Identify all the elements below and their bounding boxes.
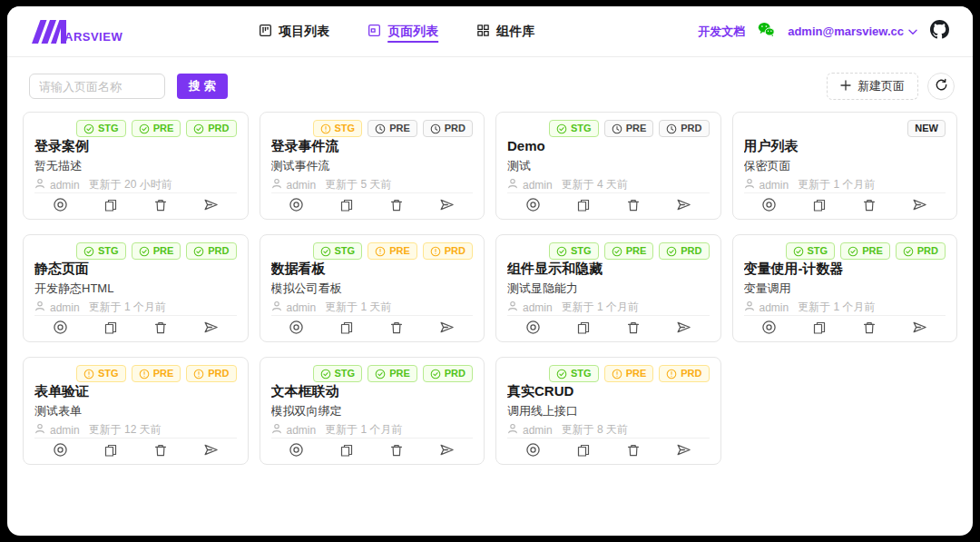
- copy-button[interactable]: [98, 318, 123, 340]
- preview-button[interactable]: [520, 194, 546, 218]
- delete-button[interactable]: [857, 195, 882, 218]
- search-button[interactable]: 搜 索: [177, 74, 228, 99]
- copy-button[interactable]: [334, 318, 359, 340]
- user-icon: [271, 301, 282, 314]
- copy-button[interactable]: [98, 440, 123, 463]
- card-description: 变量调用: [744, 281, 946, 294]
- card-actions: [271, 315, 474, 341]
- publish-button[interactable]: [671, 317, 697, 340]
- publish-button[interactable]: [671, 439, 697, 463]
- card-actions: [34, 192, 237, 219]
- badge-label: STG: [335, 244, 356, 258]
- page-card[interactable]: NEW 用户列表 保密页面 admin 更新于 1 个月前: [732, 112, 958, 220]
- card-author: admin: [523, 424, 553, 437]
- env-badge-pre: PRE: [840, 242, 890, 260]
- card-updated: 更新于 1 个月前: [798, 300, 875, 315]
- copy-button[interactable]: [571, 195, 596, 218]
- env-badge-pre: PRE: [368, 365, 417, 382]
- copy-button[interactable]: [334, 195, 359, 218]
- page-card[interactable]: STGPREPRD 文本框联动 模拟双向绑定 admin 更新于 1 个月前: [260, 357, 485, 465]
- preview-button[interactable]: [47, 317, 74, 340]
- badge-row: STGPREPRD: [507, 242, 710, 260]
- copy-button[interactable]: [571, 318, 596, 340]
- send-icon: [439, 197, 455, 215]
- nav-item-page-list[interactable]: 页面列表: [368, 24, 438, 40]
- publish-button[interactable]: [906, 194, 933, 218]
- card-meta: admin 更新于 1 天前: [271, 300, 474, 315]
- badge-row: STGPREPRD: [271, 365, 474, 382]
- page-card[interactable]: STGPREPRD 登录案例 暂无描述 admin 更新于 20 小时前: [23, 112, 249, 220]
- preview-button[interactable]: [283, 439, 309, 463]
- env-badge-stg: STG: [549, 120, 599, 137]
- preview-button[interactable]: [283, 194, 309, 218]
- page-card[interactable]: STGPREPRD 数据看板 模拟公司看板 admin 更新于 1 天前: [260, 234, 485, 342]
- env-badge-new: NEW: [907, 120, 946, 137]
- delete-button[interactable]: [148, 195, 173, 218]
- badge-label: PRE: [626, 244, 647, 258]
- page-card[interactable]: STGPREPRD 组件显示和隐藏 测试显隐能力 admin 更新于 1 个月前: [495, 234, 721, 342]
- preview-button[interactable]: [47, 439, 74, 463]
- wechat-icon[interactable]: [758, 22, 775, 41]
- preview-button[interactable]: [756, 317, 782, 340]
- card-title: 组件显示和隐藏: [507, 261, 710, 275]
- page-card[interactable]: STGPREPRD Demo 测试 admin 更新于 4 天前: [495, 112, 721, 220]
- page-card[interactable]: STGPREPRD 登录事件流 测试事件流 admin 更新于 5 天前: [260, 112, 485, 220]
- delete-button[interactable]: [621, 318, 646, 340]
- account-menu[interactable]: admin@marsview.cc: [788, 25, 917, 38]
- preview-button[interactable]: [756, 194, 782, 218]
- preview-button[interactable]: [47, 194, 74, 218]
- copy-icon: [339, 443, 354, 460]
- delete-button[interactable]: [384, 195, 409, 218]
- delete-button[interactable]: [148, 318, 173, 340]
- card-actions: [507, 315, 710, 341]
- badge-row: STGPREPRD: [34, 120, 237, 137]
- publish-button[interactable]: [434, 317, 460, 340]
- success-icon: [666, 246, 677, 257]
- search-input[interactable]: [29, 74, 165, 99]
- dev-docs-link[interactable]: 开发文档: [698, 24, 745, 40]
- card-title: 登录案例: [34, 138, 237, 153]
- preview-button[interactable]: [520, 439, 546, 463]
- nav-item-project-list[interactable]: 项目列表: [259, 24, 329, 40]
- pending-icon: [375, 123, 386, 134]
- delete-button[interactable]: [621, 440, 646, 463]
- refresh-button[interactable]: [927, 73, 955, 100]
- publish-button[interactable]: [906, 317, 933, 340]
- eye-icon: [289, 320, 304, 338]
- copy-button[interactable]: [807, 318, 832, 340]
- page-card[interactable]: STGPREPRD 真实CRUD 调用线上接口 admin 更新于 8 天前: [495, 357, 721, 465]
- send-icon: [203, 197, 219, 215]
- new-page-button[interactable]: 新建页面: [827, 73, 918, 100]
- badge-row: STGPREPRD: [744, 242, 946, 260]
- delete-button[interactable]: [857, 318, 882, 340]
- preview-button[interactable]: [520, 317, 546, 340]
- nav-item-component-library[interactable]: 组件库: [476, 24, 534, 40]
- delete-button[interactable]: [148, 440, 173, 463]
- delete-button[interactable]: [621, 195, 646, 218]
- env-badge-prd: PRD: [186, 120, 236, 137]
- copy-button[interactable]: [98, 195, 123, 218]
- copy-button[interactable]: [334, 440, 359, 463]
- publish-button[interactable]: [671, 194, 697, 218]
- user-icon: [271, 178, 282, 192]
- chevron-down-icon: [908, 25, 917, 38]
- warning-icon: [193, 369, 204, 379]
- publish-button[interactable]: [198, 439, 224, 463]
- publish-button[interactable]: [198, 194, 224, 218]
- badge-label: PRD: [445, 122, 466, 135]
- preview-button[interactable]: [283, 317, 309, 340]
- page-card[interactable]: STGPREPRD 静态页面 开发静态HTML admin 更新于 1 个月前: [23, 234, 249, 342]
- eye-icon: [53, 442, 68, 460]
- github-icon[interactable]: [930, 20, 949, 43]
- delete-button[interactable]: [384, 440, 409, 463]
- copy-button[interactable]: [807, 195, 832, 218]
- copy-button[interactable]: [571, 440, 596, 463]
- badge-label: STG: [571, 122, 592, 135]
- page-card[interactable]: STGPREPRD 表单验证 测试表单 admin 更新于 12 天前: [23, 357, 249, 465]
- publish-button[interactable]: [434, 439, 460, 463]
- publish-button[interactable]: [434, 194, 460, 218]
- page-card[interactable]: STGPREPRD 变量使用-计数器 变量调用 admin 更新于 1 个月前: [732, 234, 958, 342]
- card-grid: STGPREPRD 登录案例 暂无描述 admin 更新于 20 小时前: [7, 112, 973, 465]
- publish-button[interactable]: [198, 317, 224, 340]
- delete-button[interactable]: [384, 318, 409, 340]
